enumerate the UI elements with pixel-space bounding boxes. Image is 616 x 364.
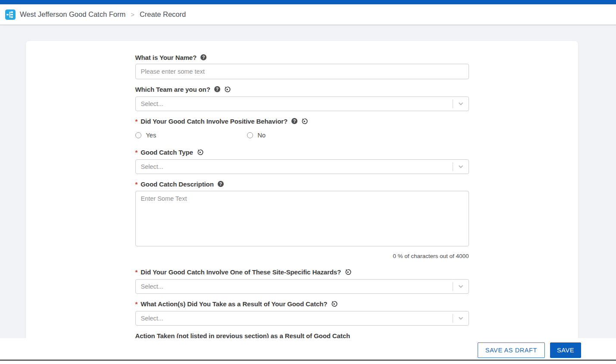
breadcrumb-page-title: Create Record [140, 10, 186, 19]
radio-button-icon[interactable] [247, 132, 253, 138]
breadcrumb-app-title[interactable]: West Jefferson Good Catch Form [20, 10, 125, 19]
name-input[interactable] [135, 64, 469, 79]
field-label: Which Team are you on? [135, 86, 210, 93]
required-marker: * [135, 268, 138, 276]
reset-field-icon[interactable] [224, 86, 231, 93]
help-icon[interactable]: ? [218, 181, 224, 187]
help-icon[interactable]: ? [214, 86, 220, 92]
header: West Jefferson Good Catch Form > Create … [0, 4, 616, 25]
app-logo-icon [5, 9, 16, 20]
field-label-row: * Good Catch Description ? [135, 180, 469, 187]
radio-option-no[interactable]: No [247, 132, 359, 139]
field-label-row: * Good Catch Type [135, 149, 469, 156]
field-label-row: * What Action(s) Did You Take as a Resul… [135, 300, 469, 307]
positive-behavior-radio-group: Yes No [135, 132, 469, 139]
reset-field-icon[interactable] [345, 269, 351, 275]
reset-field-icon[interactable] [331, 301, 338, 307]
character-counter: 0 % of characters out of 4000 [135, 253, 469, 259]
field-label: Good Catch Description [141, 180, 213, 188]
field-label: What Action(s) Did You Take as a Result … [141, 300, 327, 308]
radio-option-yes[interactable]: Yes [135, 132, 247, 139]
field-label: What is Your Name? [135, 54, 197, 61]
help-icon[interactable]: ? [200, 54, 206, 60]
chevron-down-icon [453, 101, 469, 107]
chevron-down-icon [453, 283, 469, 289]
field-label: Did Your Good Catch Involve One of These… [141, 268, 341, 276]
field-label-row: * Did Your Good Catch Involve One of The… [135, 268, 469, 275]
bottom-window-edge [0, 360, 616, 361]
chevron-down-icon [453, 315, 469, 321]
chevron-down-icon [453, 164, 469, 170]
radio-label: Yes [146, 132, 156, 139]
breadcrumb-separator: > [131, 11, 134, 18]
description-textarea[interactable] [135, 191, 469, 246]
field-label-row: What is Your Name? ? [135, 54, 469, 61]
reset-field-icon[interactable] [301, 118, 308, 124]
field-label: Did Your Good Catch Involve Positive Beh… [141, 118, 288, 125]
help-icon[interactable]: ? [291, 118, 297, 124]
required-marker: * [135, 300, 138, 308]
select-placeholder: Select... [136, 315, 453, 322]
select-placeholder: Select... [136, 283, 453, 290]
save-as-draft-button[interactable]: SAVE AS DRAFT [478, 342, 545, 358]
radio-label: No [258, 132, 266, 139]
select-placeholder: Select... [136, 163, 453, 170]
field-label-row: * Did Your Good Catch Involve Positive B… [135, 118, 469, 124]
actions-select[interactable]: Select... [135, 311, 469, 326]
save-button[interactable]: SAVE [550, 342, 581, 358]
create-record-form: What is Your Name? ? Which Team are you … [135, 41, 469, 358]
field-label-row: Which Team are you on? ? [135, 86, 469, 93]
field-label: Good Catch Type [141, 149, 193, 156]
required-marker: * [135, 180, 138, 188]
reset-field-icon[interactable] [197, 149, 203, 156]
required-marker: * [135, 149, 138, 156]
required-marker: * [135, 118, 138, 125]
radio-button-icon[interactable] [135, 132, 141, 138]
team-select[interactable]: Select... [135, 96, 469, 111]
hazards-select[interactable]: Select... [135, 279, 469, 294]
top-accent-bar [0, 0, 616, 4]
form-card: What is Your Name? ? Which Team are you … [26, 41, 578, 364]
select-placeholder: Select... [136, 100, 453, 107]
good-catch-type-select[interactable]: Select... [135, 159, 469, 174]
